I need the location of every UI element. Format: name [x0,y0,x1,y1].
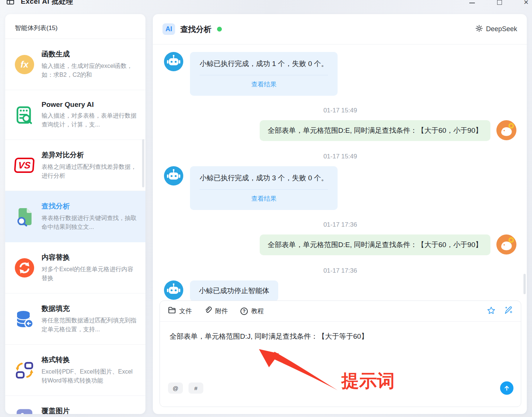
sidebar-item-overlay-image[interactable]: 覆盖图片 为Excel文件批量添加印章或 [5,396,145,414]
timestamp: 01-17 17:36 [164,221,516,229]
composer-toolbar: 文件 附件 ? 教程 [160,301,521,322]
bot-message: 小鲸已执行完成，成功 3 个，失败 0 个。 查看结果 [164,166,516,210]
gear-icon [475,24,483,34]
database-icon [14,309,35,329]
agent-title: 函数生成 [42,49,137,59]
minimize-button[interactable] [467,0,477,6]
file-tool-label: 文件 [179,307,192,315]
agent-desc: 对多个Excel的任意单元格进行内容替换 [42,265,137,283]
agent-title: 格式转换 [42,355,137,365]
view-result-link[interactable]: 查看结果 [200,75,328,89]
file-tool-button[interactable]: 文件 [168,306,192,316]
bot-bubble: 小鲸已执行完成，成功 1 个，失败 0 个。 查看结果 [190,52,338,96]
bot-avatar-icon [164,52,183,73]
bot-avatar-icon [164,166,183,187]
online-status-dot [217,27,222,32]
sidebar-item-content-replace[interactable]: 内容替换 对多个Excel的任意单元格进行内容替换 [5,242,145,293]
user-avatar-icon [496,120,516,142]
sidebar-item-find-analysis[interactable]: 查找分析 将表格行数据进行关键词查找，抽取命中结果到独立文... [5,191,145,242]
agent-desc: 将表格行数据进行关键词查找，抽取命中结果到独立文... [42,214,137,232]
bot-bubble: 小鲸已执行完成，成功 3 个，失败 0 个。 查看结果 [190,166,338,210]
composer: 文件 附件 ? 教程 全部表单，单元格范围D:J, 同时满足查 [160,301,521,407]
chat-title: 查找分析 [180,24,211,35]
image-icon [14,407,35,414]
mention-button[interactable]: @ [168,382,183,394]
convert-icon [14,360,35,381]
user-message: 全部表单，单元格范围D:E, 同时满足查找条件：【大于60，小于90】 [164,234,516,256]
bot-avatar-icon [164,280,183,301]
tutorial-tool-button[interactable]: ? 教程 [240,307,264,315]
view-result-link[interactable]: 查看结果 [200,189,328,203]
bot-message: 小鲸已执行完成，成功 1 个，失败 0 个。 查看结果 [164,52,516,96]
message-list: 小鲸已执行完成，成功 1 个，失败 0 个。 查看结果 01-17 15:49 … [153,45,527,301]
paperclip-icon [204,306,212,316]
agent-desc: Excel转PDF、Excel转图片、Excel转Word等格式转换功能 [42,367,137,385]
sidebar-item-format-convert[interactable]: 格式转换 Excel转PDF、Excel转图片、Excel转Word等格式转换功… [5,345,145,396]
user-message: 全部表单，单元格范围D:E, 同时满足查找条件：【大于60，小于90】 [164,120,516,142]
bot-message-text: 小鲸已执行完成，成功 1 个，失败 0 个。 [200,59,328,69]
sidebar-item-data-fill[interactable]: 数据填充 将任意范围数据通过匹配列填充到指定单元格位置，支持... [5,293,145,345]
favorite-star-icon[interactable] [487,306,496,316]
agent-title: 差异对比分析 [42,150,137,160]
tag-button[interactable]: # [188,382,203,394]
user-avatar-icon [496,234,516,256]
chat-scrollbar[interactable] [523,274,526,294]
composer-bottom-bar: @ # [168,381,513,395]
timestamp: 01-17 17:36 [164,267,516,275]
agent-title: 内容替换 [42,253,137,262]
agent-desc: 将任意范围数据通过匹配列填充到指定单元格位置，支持... [42,316,137,334]
bot-bubble: 小鲸已成功停止智能体 [190,280,278,301]
chat-panel: AI 查找分析 DeepSeek 小鲸已执行完成，成功 1 个，失败 0 个。 … [153,14,527,414]
fx-icon: fx [14,54,35,75]
agent-title: 数据填充 [42,304,137,313]
sidebar-item-diff-compare[interactable]: VS 差异对比分析 表格之间通过匹配列查找差异数据，进行分析 [5,140,145,191]
agent-title: Power Query AI [42,101,137,109]
help-icon: ? [240,308,248,315]
agent-sidebar: 智能体列表(15) fx 函数生成 输入描述，生成对应的excel函数，如：求B… [5,14,145,414]
timestamp: 01-17 15:49 [164,153,516,160]
model-selector[interactable]: DeepSeek [475,24,517,34]
folder-icon [168,306,176,316]
sidebar-item-power-query-ai[interactable]: Power Query AI 输入描述，对多表格，表单进行数据查询统计，计算，支… [5,90,145,140]
agent-desc: 输入描述，对多表格，表单进行数据查询统计，计算，支... [42,111,137,129]
agent-desc: 输入描述，生成对应的excel函数，如：求B2，C2的和 [42,62,137,79]
window-titlebar: Excel AI 批处理 ✕ [0,0,532,9]
sidebar-header: 智能体列表(15) [5,14,145,39]
model-label: DeepSeek [486,25,517,33]
vs-icon: VS [14,155,35,176]
agent-title: 查找分析 [42,201,137,211]
attachment-tool-button[interactable]: 附件 [204,306,228,316]
bot-message-text: 小鲸已执行完成，成功 3 个，失败 0 个。 [200,173,328,183]
attachment-tool-label: 附件 [215,307,228,315]
sync-icon [14,257,35,278]
file-search-icon [14,206,35,227]
sidebar-scrollbar[interactable] [142,139,144,187]
close-button[interactable]: ✕ [521,0,531,6]
table-search-icon [14,105,35,125]
user-bubble: 全部表单，单元格范围D:E, 同时满足查找条件：【大于60，小于90】 [260,234,491,255]
maximize-button[interactable] [494,0,505,6]
sidebar-item-function-generate[interactable]: fx 函数生成 输入描述，生成对应的excel函数，如：求B2，C2的和 [5,39,145,90]
user-bubble: 全部表单，单元格范围D:E, 同时满足查找条件：【大于60，小于90】 [260,120,491,141]
ai-polish-pen-icon[interactable] [504,306,513,316]
agent-title: 覆盖图片 [42,406,137,414]
timestamp: 01-17 15:49 [164,107,516,114]
bot-message: 小鲸已成功停止智能体 [164,280,516,301]
tutorial-tool-label: 教程 [251,307,264,315]
app-title: Excel AI 批处理 [21,0,73,6]
chat-header: AI 查找分析 DeepSeek [153,14,527,45]
ai-badge: AI [162,23,175,35]
prompt-input[interactable]: 全部表单，单元格范围D:J, 同时满足查找条件：【大于等于60】 [160,322,521,366]
app-logo-icon [6,0,15,7]
send-button[interactable] [500,381,513,395]
agent-desc: 表格之间通过匹配列查找差异数据，进行分析 [42,162,137,180]
